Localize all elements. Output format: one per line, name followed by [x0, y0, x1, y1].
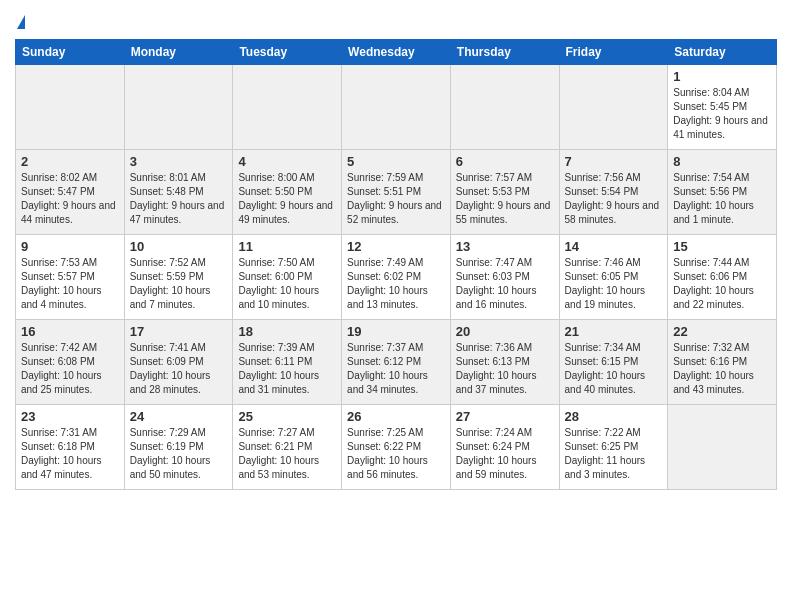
day-number: 4 [238, 154, 336, 169]
calendar-week-row: 23Sunrise: 7:31 AM Sunset: 6:18 PM Dayli… [16, 405, 777, 490]
day-info: Sunrise: 7:59 AM Sunset: 5:51 PM Dayligh… [347, 171, 445, 227]
calendar-week-row: 2Sunrise: 8:02 AM Sunset: 5:47 PM Daylig… [16, 150, 777, 235]
calendar-cell: 19Sunrise: 7:37 AM Sunset: 6:12 PM Dayli… [342, 320, 451, 405]
day-info: Sunrise: 7:24 AM Sunset: 6:24 PM Dayligh… [456, 426, 554, 482]
day-number: 24 [130, 409, 228, 424]
calendar-cell: 16Sunrise: 7:42 AM Sunset: 6:08 PM Dayli… [16, 320, 125, 405]
day-number: 14 [565, 239, 663, 254]
day-info: Sunrise: 7:41 AM Sunset: 6:09 PM Dayligh… [130, 341, 228, 397]
day-number: 25 [238, 409, 336, 424]
day-info: Sunrise: 7:39 AM Sunset: 6:11 PM Dayligh… [238, 341, 336, 397]
day-info: Sunrise: 8:02 AM Sunset: 5:47 PM Dayligh… [21, 171, 119, 227]
day-number: 16 [21, 324, 119, 339]
day-info: Sunrise: 7:57 AM Sunset: 5:53 PM Dayligh… [456, 171, 554, 227]
calendar-cell: 6Sunrise: 7:57 AM Sunset: 5:53 PM Daylig… [450, 150, 559, 235]
day-info: Sunrise: 7:34 AM Sunset: 6:15 PM Dayligh… [565, 341, 663, 397]
day-number: 18 [238, 324, 336, 339]
day-number: 13 [456, 239, 554, 254]
calendar-table: SundayMondayTuesdayWednesdayThursdayFrid… [15, 39, 777, 490]
day-number: 20 [456, 324, 554, 339]
calendar-cell: 11Sunrise: 7:50 AM Sunset: 6:00 PM Dayli… [233, 235, 342, 320]
logo-triangle-icon [17, 15, 25, 29]
calendar-cell: 21Sunrise: 7:34 AM Sunset: 6:15 PM Dayli… [559, 320, 668, 405]
calendar-cell [668, 405, 777, 490]
day-number: 12 [347, 239, 445, 254]
calendar-cell: 14Sunrise: 7:46 AM Sunset: 6:05 PM Dayli… [559, 235, 668, 320]
day-number: 22 [673, 324, 771, 339]
day-of-week-header: Sunday [16, 40, 125, 65]
calendar-cell: 22Sunrise: 7:32 AM Sunset: 6:16 PM Dayli… [668, 320, 777, 405]
day-number: 1 [673, 69, 771, 84]
day-number: 9 [21, 239, 119, 254]
day-info: Sunrise: 7:44 AM Sunset: 6:06 PM Dayligh… [673, 256, 771, 312]
calendar-cell: 27Sunrise: 7:24 AM Sunset: 6:24 PM Dayli… [450, 405, 559, 490]
calendar-cell: 8Sunrise: 7:54 AM Sunset: 5:56 PM Daylig… [668, 150, 777, 235]
day-info: Sunrise: 7:49 AM Sunset: 6:02 PM Dayligh… [347, 256, 445, 312]
calendar-cell: 23Sunrise: 7:31 AM Sunset: 6:18 PM Dayli… [16, 405, 125, 490]
calendar-cell: 15Sunrise: 7:44 AM Sunset: 6:06 PM Dayli… [668, 235, 777, 320]
day-of-week-header: Saturday [668, 40, 777, 65]
day-number: 15 [673, 239, 771, 254]
calendar-cell: 25Sunrise: 7:27 AM Sunset: 6:21 PM Dayli… [233, 405, 342, 490]
calendar-cell: 1Sunrise: 8:04 AM Sunset: 5:45 PM Daylig… [668, 65, 777, 150]
day-info: Sunrise: 8:01 AM Sunset: 5:48 PM Dayligh… [130, 171, 228, 227]
calendar-week-row: 1Sunrise: 8:04 AM Sunset: 5:45 PM Daylig… [16, 65, 777, 150]
day-of-week-header: Friday [559, 40, 668, 65]
calendar-cell: 9Sunrise: 7:53 AM Sunset: 5:57 PM Daylig… [16, 235, 125, 320]
logo [15, 15, 25, 29]
calendar-cell: 12Sunrise: 7:49 AM Sunset: 6:02 PM Dayli… [342, 235, 451, 320]
calendar-week-row: 9Sunrise: 7:53 AM Sunset: 5:57 PM Daylig… [16, 235, 777, 320]
calendar-cell: 5Sunrise: 7:59 AM Sunset: 5:51 PM Daylig… [342, 150, 451, 235]
day-number: 23 [21, 409, 119, 424]
calendar-cell: 10Sunrise: 7:52 AM Sunset: 5:59 PM Dayli… [124, 235, 233, 320]
calendar-cell: 4Sunrise: 8:00 AM Sunset: 5:50 PM Daylig… [233, 150, 342, 235]
calendar-cell: 20Sunrise: 7:36 AM Sunset: 6:13 PM Dayli… [450, 320, 559, 405]
calendar-cell [16, 65, 125, 150]
calendar-cell [342, 65, 451, 150]
day-info: Sunrise: 7:54 AM Sunset: 5:56 PM Dayligh… [673, 171, 771, 227]
day-number: 10 [130, 239, 228, 254]
calendar-cell: 24Sunrise: 7:29 AM Sunset: 6:19 PM Dayli… [124, 405, 233, 490]
day-info: Sunrise: 7:32 AM Sunset: 6:16 PM Dayligh… [673, 341, 771, 397]
calendar-cell: 2Sunrise: 8:02 AM Sunset: 5:47 PM Daylig… [16, 150, 125, 235]
day-number: 19 [347, 324, 445, 339]
day-number: 3 [130, 154, 228, 169]
day-of-week-header: Monday [124, 40, 233, 65]
day-number: 2 [21, 154, 119, 169]
calendar-cell: 18Sunrise: 7:39 AM Sunset: 6:11 PM Dayli… [233, 320, 342, 405]
day-info: Sunrise: 7:22 AM Sunset: 6:25 PM Dayligh… [565, 426, 663, 482]
day-of-week-header: Wednesday [342, 40, 451, 65]
calendar-body: 1Sunrise: 8:04 AM Sunset: 5:45 PM Daylig… [16, 65, 777, 490]
day-number: 7 [565, 154, 663, 169]
day-number: 11 [238, 239, 336, 254]
day-info: Sunrise: 8:00 AM Sunset: 5:50 PM Dayligh… [238, 171, 336, 227]
day-info: Sunrise: 7:25 AM Sunset: 6:22 PM Dayligh… [347, 426, 445, 482]
day-info: Sunrise: 7:56 AM Sunset: 5:54 PM Dayligh… [565, 171, 663, 227]
day-number: 5 [347, 154, 445, 169]
calendar-cell [124, 65, 233, 150]
page-header [15, 15, 777, 29]
day-number: 28 [565, 409, 663, 424]
day-number: 27 [456, 409, 554, 424]
calendar-cell: 7Sunrise: 7:56 AM Sunset: 5:54 PM Daylig… [559, 150, 668, 235]
day-info: Sunrise: 7:53 AM Sunset: 5:57 PM Dayligh… [21, 256, 119, 312]
day-info: Sunrise: 7:31 AM Sunset: 6:18 PM Dayligh… [21, 426, 119, 482]
calendar-week-row: 16Sunrise: 7:42 AM Sunset: 6:08 PM Dayli… [16, 320, 777, 405]
calendar-cell: 17Sunrise: 7:41 AM Sunset: 6:09 PM Dayli… [124, 320, 233, 405]
day-info: Sunrise: 7:36 AM Sunset: 6:13 PM Dayligh… [456, 341, 554, 397]
day-of-week-header: Tuesday [233, 40, 342, 65]
day-number: 17 [130, 324, 228, 339]
calendar-cell: 28Sunrise: 7:22 AM Sunset: 6:25 PM Dayli… [559, 405, 668, 490]
day-number: 21 [565, 324, 663, 339]
day-info: Sunrise: 7:47 AM Sunset: 6:03 PM Dayligh… [456, 256, 554, 312]
day-info: Sunrise: 7:37 AM Sunset: 6:12 PM Dayligh… [347, 341, 445, 397]
calendar-cell: 13Sunrise: 7:47 AM Sunset: 6:03 PM Dayli… [450, 235, 559, 320]
calendar-cell [559, 65, 668, 150]
day-info: Sunrise: 7:27 AM Sunset: 6:21 PM Dayligh… [238, 426, 336, 482]
calendar-header-row: SundayMondayTuesdayWednesdayThursdayFrid… [16, 40, 777, 65]
day-number: 6 [456, 154, 554, 169]
day-info: Sunrise: 7:52 AM Sunset: 5:59 PM Dayligh… [130, 256, 228, 312]
day-number: 8 [673, 154, 771, 169]
day-info: Sunrise: 8:04 AM Sunset: 5:45 PM Dayligh… [673, 86, 771, 142]
calendar-cell: 26Sunrise: 7:25 AM Sunset: 6:22 PM Dayli… [342, 405, 451, 490]
